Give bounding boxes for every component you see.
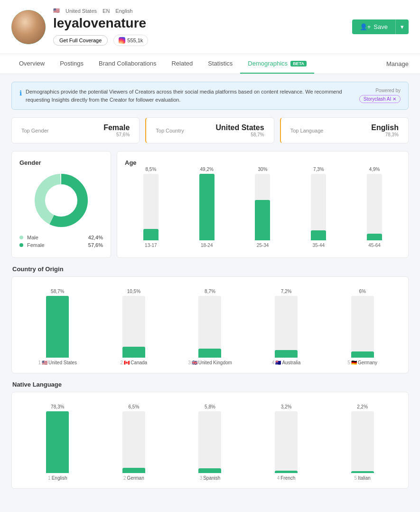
country-bar-pct: 8,7%: [205, 289, 215, 294]
nav-brand-collaborations[interactable]: Brand Collaborations: [91, 54, 164, 74]
language-bar-label: 1 English: [48, 475, 67, 481]
language-section-title-wrapper: Native Language: [11, 381, 409, 388]
nav-postings[interactable]: Postings: [52, 54, 91, 74]
language-bar-bg: [351, 411, 374, 473]
svg-point-2: [47, 186, 75, 215]
language-chart-card: 78,3% 1 English 6,5% 2 German 5,8% 3 Spa…: [11, 392, 409, 489]
language-bar-pct: 78,3%: [51, 404, 64, 409]
language-bar-bg: [198, 411, 221, 473]
language-bar-fill: [122, 468, 145, 473]
save-person-icon: 👤+: [360, 23, 371, 30]
male-pct: 42,4%: [88, 235, 103, 240]
info-banner: ℹ Demographics provide the potential Vie…: [11, 82, 409, 110]
country-bar-pct: 7,2%: [281, 289, 292, 294]
save-dropdown-button[interactable]: ▾: [395, 19, 409, 34]
language-bar-label: 3 Spanish: [200, 475, 221, 481]
nav-demographics[interactable]: Demographics BETA: [240, 54, 314, 74]
country-bar-fill: [351, 351, 374, 358]
country-bar-label: 3 🇬🇧 United Kingdom: [188, 360, 232, 365]
male-dot: [19, 236, 23, 239]
language-pct: 78,3%: [371, 132, 399, 137]
powered-by: Powered by Storyclash AI ✕: [359, 88, 401, 103]
age-bar-pct: 30%: [258, 167, 267, 172]
age-bar-group: 8,5% 13-17: [125, 162, 177, 248]
country-name: United States: [65, 8, 97, 14]
gender-pct: 57,6%: [103, 132, 130, 137]
country-bar-bg: [351, 296, 374, 358]
save-button[interactable]: 👤+ Save: [352, 19, 395, 34]
nav-overview[interactable]: Overview: [11, 54, 52, 74]
language-bar-group: 3,2% 4 French: [248, 400, 325, 481]
country-bar-fill: [198, 349, 221, 358]
age-bar-label: 18-24: [201, 243, 213, 248]
age-bar-pct: 8,5%: [146, 167, 157, 172]
age-bar-label: 13-17: [145, 243, 157, 248]
age-bar-pct: 4,9%: [369, 167, 380, 172]
language-name: English: [115, 8, 132, 14]
age-bar-bg: [143, 174, 159, 240]
age-bar-group: 30% 25-34: [237, 162, 289, 248]
age-chart-card: Age 8,5% 13-17 49,2% 18-24 30% 25-34 7,3…: [117, 151, 409, 258]
language-bar-label: 5 Italian: [355, 475, 371, 481]
language-bar-group: 5,8% 3 Spanish: [172, 400, 248, 481]
female-legend-item: Female 57,6%: [19, 242, 103, 248]
country-bar-group: 7,2% 4 🇦🇺 Australia: [248, 284, 325, 365]
age-bar-label: 25-34: [257, 243, 269, 248]
age-bar-fill: [143, 229, 159, 240]
language-bar-fill: [198, 468, 221, 473]
nav-statistics[interactable]: Statistics: [200, 54, 240, 74]
powered-by-label: Powered by: [375, 88, 401, 93]
language-bar-pct: 6,5%: [128, 404, 139, 409]
instagram-followers-badge: 555,1k: [113, 35, 148, 46]
nav-items: Overview Postings Brand Collaborations R…: [11, 54, 314, 74]
language-bar-group: 78,3% 1 English: [19, 400, 96, 481]
age-bar-chart: 8,5% 13-17 49,2% 18-24 30% 25-34 7,3% 35…: [125, 172, 401, 248]
age-bar-fill: [367, 234, 382, 240]
language-label: Top Language: [290, 128, 324, 133]
donut-chart: [19, 172, 103, 229]
gender-legend: Male 42,4% Female 57,6%: [19, 235, 103, 248]
country-label: Top Country: [156, 128, 184, 133]
language-bar-pct: 2,2%: [357, 404, 368, 409]
language-flag: EN: [103, 8, 110, 14]
country-section-title: Country of Origin: [12, 265, 409, 273]
age-bar-bg: [367, 174, 382, 240]
country-bar-group: 58,7% 1 🇺🇸 United States: [19, 284, 96, 365]
donut-svg: [33, 172, 90, 229]
gender-chart-card: Gender Male 42,4% Female: [11, 151, 111, 258]
country-bar-fill: [46, 296, 69, 358]
beta-badge: BETA: [290, 61, 307, 66]
language-bar-group: 6,5% 2 German: [96, 400, 172, 481]
language-value: English: [371, 123, 399, 132]
country-bar-label: 1 🇺🇸 United States: [38, 360, 77, 365]
age-bar-fill: [199, 174, 215, 240]
country-bar-label: 4 🇦🇺 Australia: [272, 360, 300, 365]
age-bar-group: 4,9% 45-64: [348, 162, 401, 248]
followers-count: 555,1k: [127, 38, 143, 43]
main-content: ℹ Demographics provide the potential Vie…: [0, 74, 420, 504]
country-bar-group: 10,5% 2 🇨🇦 Canada: [96, 284, 172, 365]
age-bar-fill: [311, 230, 326, 240]
male-label: Male: [27, 235, 84, 240]
language-bar-bg: [275, 411, 298, 473]
manage-link[interactable]: Manage: [386, 60, 409, 67]
storyclash-badge[interactable]: Storyclash AI ✕: [359, 95, 401, 103]
stat-card-language: Top Language English 78,3%: [280, 117, 409, 143]
nav-related[interactable]: Related: [164, 54, 200, 74]
get-full-coverage-button[interactable]: Get Full Coverage: [53, 35, 108, 46]
age-bar-bg: [311, 174, 326, 240]
top-stats: Top Gender Female 57,6% Top Country Unit…: [11, 117, 409, 143]
country-bar-bg: [122, 296, 145, 358]
age-bar-label: 45-64: [368, 243, 381, 248]
age-bar-group: 49,2% 18-24: [181, 162, 233, 248]
gender-value: Female: [103, 123, 130, 132]
age-bar-bg: [199, 174, 215, 240]
country-bar-group: 8,7% 3 🇬🇧 United Kingdom: [172, 284, 248, 365]
gender-age-row: Gender Male 42,4% Female: [11, 151, 409, 258]
country-bar-bg: [198, 296, 221, 358]
language-bar-pct: 3,2%: [281, 404, 292, 409]
navigation-bar: Overview Postings Brand Collaborations R…: [0, 54, 420, 74]
language-bar-group: 2,2% 5 Italian: [324, 400, 401, 481]
banner-text-wrapper: ℹ Demographics provide the potential Vie…: [19, 88, 354, 104]
country-bar-pct: 58,7%: [51, 289, 64, 294]
